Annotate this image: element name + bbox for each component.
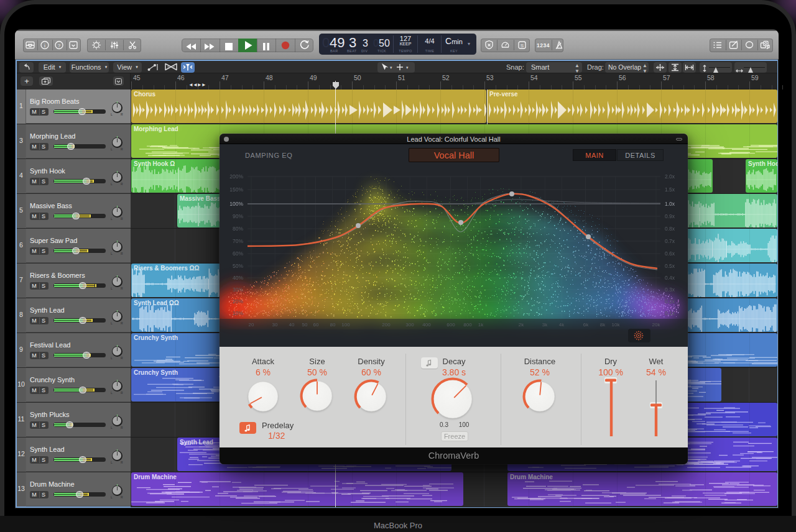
svg-text:i: i [44, 42, 46, 48]
svg-text:0.4x: 0.4x [665, 275, 675, 281]
svg-text:60%: 60% [233, 250, 243, 257]
svg-text:20: 20 [249, 322, 254, 328]
svg-text:0.8x: 0.8x [665, 226, 675, 232]
svg-text:150%: 150% [229, 186, 243, 193]
svg-text:0.3x: 0.3x [665, 287, 675, 293]
svg-text:0.7x: 0.7x [665, 238, 675, 244]
svg-text:0.6x: 0.6x [665, 250, 675, 257]
svg-text:10%: 10% [233, 310, 243, 316]
svg-text:10k: 10k [612, 322, 621, 328]
svg-text:2k: 2k [519, 322, 524, 328]
svg-text:20k: 20k [652, 322, 661, 328]
svg-text:2.0x: 2.0x [665, 173, 675, 180]
svg-text:80%: 80% [233, 226, 243, 232]
svg-text:▾: ▾ [406, 65, 409, 70]
svg-text:100%: 100% [229, 201, 243, 207]
svg-text:0.5x: 0.5x [665, 263, 675, 269]
svg-text:400: 400 [422, 322, 431, 328]
svg-text:4k: 4k [559, 322, 565, 328]
svg-text:1.5x: 1.5x [665, 186, 675, 193]
svg-text:3k: 3k [542, 322, 548, 328]
svg-text:1k: 1k [478, 322, 484, 328]
svg-text:▾: ▾ [390, 65, 392, 70]
svg-text:200: 200 [382, 322, 391, 328]
svg-text:600: 600 [447, 322, 455, 328]
svg-text:6k: 6k [583, 322, 589, 328]
svg-text:S: S [521, 43, 524, 48]
svg-text:60: 60 [313, 322, 319, 328]
svg-text:40%: 40% [233, 275, 243, 281]
svg-text:80: 80 [330, 322, 336, 328]
svg-text:1.0x: 1.0x [665, 201, 675, 207]
svg-text:0.9x: 0.9x [665, 213, 675, 219]
svg-text:0.1x: 0.1x [665, 310, 675, 316]
svg-text:90%: 90% [233, 213, 243, 219]
svg-text:20%: 20% [233, 298, 243, 305]
svg-text:40: 40 [289, 322, 295, 328]
svg-text:50: 50 [302, 322, 308, 328]
svg-text:30: 30 [272, 322, 278, 328]
svg-text:?: ? [58, 43, 61, 48]
svg-text:30%: 30% [233, 287, 243, 293]
svg-text:50%: 50% [233, 263, 243, 269]
svg-text:100: 100 [341, 322, 350, 328]
svg-text:70%: 70% [233, 238, 243, 244]
svg-text:800: 800 [463, 322, 472, 328]
svg-text:200%: 200% [229, 173, 243, 180]
svg-text:8k: 8k [600, 322, 606, 328]
svg-text:0.2x: 0.2x [665, 298, 675, 305]
svg-text:300: 300 [405, 322, 414, 328]
